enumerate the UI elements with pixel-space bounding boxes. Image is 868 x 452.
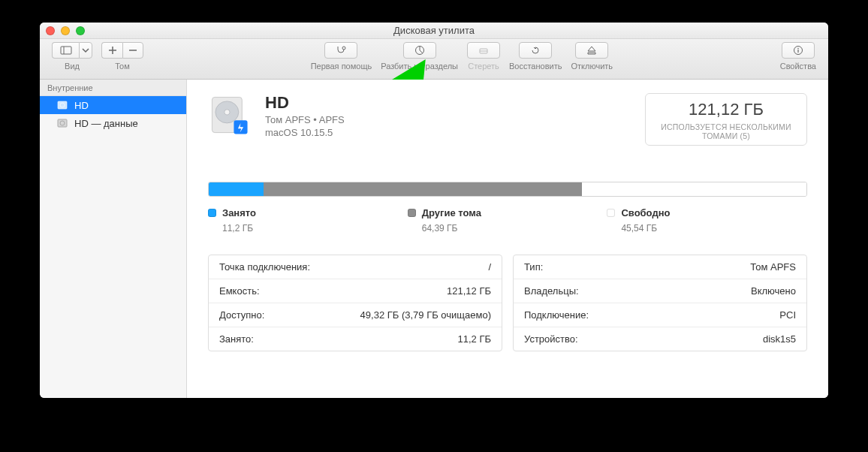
partition-button[interactable] bbox=[403, 42, 436, 59]
plus-icon bbox=[107, 44, 119, 56]
unmount-button[interactable] bbox=[575, 42, 608, 59]
remove-volume-button[interactable] bbox=[122, 42, 143, 59]
capacity-note: ИСПОЛЬЗУЕТСЯ НЕСКОЛЬКИМИ ТОМАМИ (5) bbox=[653, 122, 799, 140]
legend-free-label: Свободно bbox=[621, 207, 670, 218]
svg-rect-1 bbox=[61, 47, 71, 54]
restore-icon bbox=[529, 44, 541, 56]
table-row: Емкость:121,12 ГБ bbox=[209, 279, 502, 303]
table-row: Доступно:49,32 ГБ (3,79 ГБ очищаемо) bbox=[209, 303, 502, 327]
first-aid-button[interactable] bbox=[324, 42, 357, 59]
svg-point-3 bbox=[342, 47, 345, 50]
sidebar-section-header: Внутренние bbox=[40, 80, 186, 96]
svg-rect-8 bbox=[797, 50, 798, 53]
minimize-icon[interactable] bbox=[61, 26, 70, 35]
sidebar-item-hd[interactable]: HD bbox=[40, 96, 186, 114]
partition-label: Разбить на разделы bbox=[381, 62, 458, 71]
details-table-right: Тип:Том APFS Владельцы:Включено Подключе… bbox=[513, 255, 807, 351]
table-row: Устройство:disk1s5 bbox=[514, 327, 806, 351]
sidebar-item-label: HD — данные bbox=[74, 118, 138, 129]
disk-icon bbox=[56, 99, 68, 111]
sidebar-item-label: HD bbox=[74, 100, 89, 111]
view-menu-button[interactable] bbox=[79, 42, 92, 59]
erase-label: Стереть bbox=[468, 62, 499, 71]
stethoscope-icon bbox=[335, 44, 347, 56]
first-aid-label: Первая помощь bbox=[311, 62, 372, 71]
eject-icon bbox=[586, 44, 598, 56]
chevron-down-icon bbox=[80, 44, 92, 56]
volume-os: macOS 10.15.5 bbox=[265, 127, 345, 138]
usage-segment-other bbox=[264, 182, 581, 196]
volume-label: Том bbox=[115, 62, 130, 71]
table-row: Точка подключения:/ bbox=[209, 255, 502, 279]
sidebar-item-hd-data[interactable]: HD — данные bbox=[40, 114, 186, 132]
capacity-box: 121,12 ГБ ИСПОЛЬЗУЕТСЯ НЕСКОЛЬКИМИ ТОМАМ… bbox=[645, 93, 807, 146]
volume-icon bbox=[208, 93, 252, 137]
svg-point-15 bbox=[225, 110, 230, 115]
restore-button[interactable] bbox=[519, 42, 552, 59]
close-icon[interactable] bbox=[46, 26, 55, 35]
info-label: Свойства bbox=[780, 62, 816, 71]
swatch-other bbox=[408, 209, 416, 217]
info-icon bbox=[792, 44, 804, 56]
volume-name: HD bbox=[265, 93, 345, 113]
usage-segment-free bbox=[582, 182, 806, 196]
content: HD Том APFS • APFS macOS 10.15.5 121,12 … bbox=[187, 80, 828, 398]
sidebar-icon bbox=[60, 44, 72, 56]
pie-icon bbox=[414, 44, 426, 56]
table-row: Подключение:PCI bbox=[514, 303, 806, 327]
sidebar: Внутренние HD HD — данные bbox=[40, 80, 187, 398]
view-mode-button[interactable] bbox=[52, 42, 79, 59]
volume-subtitle: Том APFS • APFS bbox=[265, 114, 345, 125]
svg-point-7 bbox=[797, 48, 799, 50]
legend-other-value: 64,39 ГБ bbox=[422, 223, 607, 234]
unmount-label: Отключить bbox=[571, 62, 613, 71]
restore-label: Восстановить bbox=[509, 62, 562, 71]
legend-free-value: 45,54 ГБ bbox=[621, 223, 806, 234]
legend-used-label: Занято bbox=[222, 207, 256, 218]
eraser-icon bbox=[478, 44, 490, 56]
info-button[interactable] bbox=[782, 42, 815, 59]
usage-segment-used bbox=[209, 182, 264, 196]
swatch-free bbox=[607, 209, 615, 217]
legend-other-label: Другие тома bbox=[422, 207, 481, 218]
details-table-left: Точка подключения:/ Емкость:121,12 ГБ До… bbox=[208, 255, 502, 351]
capacity-total: 121,12 ГБ bbox=[653, 100, 799, 119]
table-row: Владельцы:Включено bbox=[514, 279, 806, 303]
window-title: Дисковая утилита bbox=[393, 25, 475, 36]
add-volume-button[interactable] bbox=[101, 42, 122, 59]
titlebar: Дисковая утилита bbox=[40, 23, 828, 39]
swatch-used bbox=[208, 209, 216, 217]
table-row: Тип:Том APFS bbox=[514, 255, 806, 279]
minus-icon bbox=[127, 44, 139, 56]
table-row: Занято:11,2 ГБ bbox=[209, 327, 502, 351]
zoom-icon[interactable] bbox=[76, 26, 85, 35]
erase-button bbox=[467, 42, 500, 59]
usage-bar bbox=[208, 182, 807, 197]
disk-icon bbox=[56, 117, 68, 129]
disk-utility-window: Дисковая утилита Вид bbox=[40, 23, 828, 398]
legend-used-value: 11,2 ГБ bbox=[222, 223, 408, 234]
view-label: Вид bbox=[65, 62, 80, 71]
toolbar: Вид Том Первая помощь Раз bbox=[40, 39, 828, 80]
